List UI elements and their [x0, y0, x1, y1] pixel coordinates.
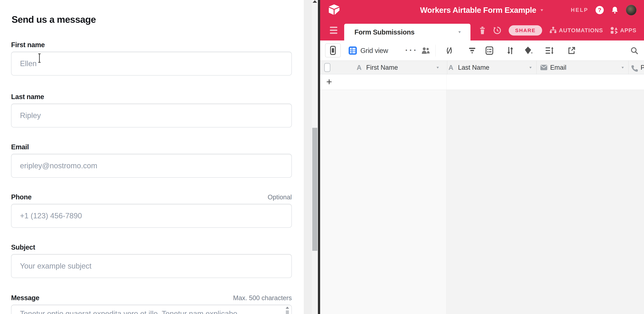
message-input[interactable]: Tenetur optio quaerat expedita vero et i… — [11, 304, 292, 314]
email-field-icon — [540, 65, 548, 70]
column-header-first-name[interactable]: First Name — [366, 61, 398, 74]
column-header-last-name[interactable]: Last Name — [458, 61, 490, 74]
field-last-name: Last name — [11, 93, 292, 127]
scroll-up-arrow-icon[interactable] — [286, 307, 289, 309]
screen: Send us a message First name Last name E… — [0, 0, 644, 314]
field-first-name: First name — [11, 41, 292, 76]
column-divider[interactable] — [536, 61, 537, 74]
table-tab-caret-icon[interactable]: ▼ — [458, 26, 462, 39]
share-button-label: SHARE — [515, 28, 536, 33]
collaborators-icon[interactable] — [421, 47, 430, 55]
text-field-icon: A — [357, 61, 362, 74]
column-caret-icon[interactable]: ▼ — [529, 62, 532, 73]
message-placeholder-text: Tenetur optio quaerat expedita vero et i… — [20, 309, 237, 314]
form-scrollbar-thumb[interactable] — [312, 128, 318, 251]
sort-icon[interactable] — [506, 46, 514, 55]
last-name-input[interactable] — [11, 104, 292, 127]
field-message: Message Max. 500 characters Tenetur opti… — [11, 294, 292, 314]
color-icon[interactable] — [524, 46, 533, 55]
last-name-label: Last name — [11, 93, 44, 101]
automations-button[interactable]: AUTOMATIONS — [549, 27, 603, 34]
column-divider[interactable] — [447, 61, 447, 74]
column-header-phone[interactable]: P — [640, 61, 644, 74]
base-title-caret-icon[interactable]: ▼ — [540, 8, 544, 12]
toolbar-divider — [436, 45, 436, 57]
table-tab-label: Form Submissions — [354, 24, 414, 41]
apps-button[interactable]: APPS — [610, 27, 636, 34]
view-toolbar: Grid view • • • — [320, 41, 644, 61]
help-button[interactable]: HELP — [571, 7, 588, 13]
phone-optional-hint: Optional — [268, 194, 292, 201]
airtable-topbar: Workers Airtable Form Example ▼ HELP ? — [320, 0, 644, 20]
first-name-label: First name — [11, 41, 45, 49]
window-divider — [318, 0, 320, 314]
phone-label: Phone — [11, 193, 32, 201]
apps-icon — [610, 27, 618, 34]
field-subject: Subject — [11, 243, 292, 278]
phone-field-icon — [631, 65, 638, 73]
phone-input[interactable] — [11, 204, 292, 228]
filter-icon[interactable] — [468, 47, 476, 54]
column-caret-icon[interactable]: ▼ — [436, 62, 440, 73]
group-icon[interactable] — [486, 46, 493, 55]
share-button[interactable]: SHARE — [509, 25, 542, 36]
user-avatar[interactable] — [626, 5, 636, 15]
email-label: Email — [11, 143, 29, 151]
automations-label: AUTOMATIONS — [559, 27, 603, 34]
add-row-plus-icon[interactable]: + — [326, 74, 332, 89]
search-icon[interactable] — [630, 47, 638, 55]
sidebar-panel-icon — [330, 46, 336, 55]
select-all-checkbox[interactable] — [324, 63, 330, 72]
email-input[interactable] — [11, 154, 292, 178]
base-title[interactable]: Workers Airtable Form Example — [420, 6, 536, 15]
message-label: Message — [11, 294, 39, 302]
table-tab-form-submissions[interactable]: Form Submissions ▼ — [344, 24, 470, 41]
text-cursor-icon — [37, 53, 42, 63]
automations-icon — [549, 27, 557, 34]
column-caret-icon[interactable]: ▼ — [621, 62, 624, 73]
first-name-input[interactable] — [11, 52, 292, 76]
apps-label: APPS — [620, 27, 636, 34]
grid-empty-area-right — [446, 90, 644, 314]
column-header-email[interactable]: Email — [550, 61, 566, 74]
scrollbar-up-arrow-icon[interactable] — [312, 0, 317, 3]
column-divider[interactable] — [628, 61, 629, 74]
trash-icon[interactable] — [479, 26, 486, 35]
grid-header-row: A First Name ▼ A Last Name ▼ Email ▼ P — [320, 61, 644, 74]
airtable-tabbar: Form Submissions ▼ SHARE — [320, 20, 644, 41]
share-view-icon[interactable] — [568, 47, 576, 55]
message-scrollbar-thumb[interactable] — [286, 310, 289, 314]
grid-empty-area-left — [320, 90, 446, 314]
notifications-bell-icon[interactable] — [611, 6, 619, 14]
hide-fields-icon[interactable] — [446, 47, 454, 55]
view-name-button[interactable]: Grid view — [360, 41, 388, 61]
field-email: Email — [11, 143, 292, 178]
view-options-ellipsis-icon[interactable]: • • • — [406, 41, 416, 60]
row-height-icon[interactable] — [545, 47, 554, 55]
grid-view-icon[interactable] — [348, 47, 357, 55]
contact-form-panel: Send us a message First name Last name E… — [0, 0, 304, 314]
add-row[interactable]: + — [320, 74, 644, 90]
text-field-icon: A — [448, 61, 454, 74]
airtable-panel: Workers Airtable Form Example ▼ HELP ? F… — [320, 0, 644, 314]
message-maxchars-hint: Max. 500 characters — [233, 294, 292, 302]
history-icon[interactable] — [493, 26, 502, 35]
field-phone: Phone Optional — [11, 193, 292, 228]
views-sidebar-toggle-button[interactable] — [325, 43, 341, 57]
form-title: Send us a message — [12, 14, 96, 25]
help-question-icon[interactable]: ? — [596, 6, 604, 14]
subject-label: Subject — [11, 243, 35, 251]
message-scrollbar[interactable] — [285, 306, 290, 314]
form-scroll-gutter — [304, 0, 318, 314]
subject-input[interactable] — [11, 254, 292, 278]
sidebar-menu-button[interactable] — [330, 27, 337, 34]
